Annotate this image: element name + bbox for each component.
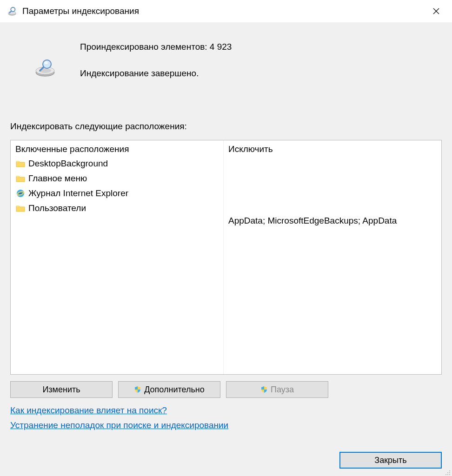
folder-icon (15, 203, 26, 213)
folder-icon (15, 173, 26, 184)
svg-rect-17 (445, 474, 446, 475)
location-label: Журнал Internet Explorer (28, 188, 128, 198)
indexing-state-label: Индексирование завершено. (80, 67, 442, 80)
location-label: DesktopBackground (28, 159, 108, 169)
shield-icon (260, 386, 268, 393)
column-header-included: Включенные расположения (15, 144, 219, 154)
table-row[interactable]: DesktopBackground (15, 156, 219, 171)
how-indexing-affects-link[interactable]: Как индексирование влияет на поиск? (10, 405, 167, 416)
table-row[interactable]: Главное меню (15, 171, 219, 186)
titlebar: Параметры индексирования (0, 0, 452, 22)
indexing-icon (7, 6, 18, 17)
excluded-value: AppData; MicrosoftEdgeBackups; AppData (228, 216, 437, 226)
indexing-drive-icon (10, 40, 80, 77)
table-row[interactable]: Журнал Internet Explorer (15, 186, 219, 201)
close-button[interactable]: Закрыть (339, 452, 442, 469)
svg-rect-16 (449, 472, 450, 473)
modify-button[interactable]: Изменить (10, 381, 113, 398)
svg-point-10 (44, 61, 48, 64)
locations-table: Включенные расположения DesktopBackgroun… (10, 140, 442, 375)
pause-button: Пауза (226, 381, 328, 398)
resize-grip[interactable] (445, 469, 451, 475)
table-row[interactable]: Пользователи (15, 201, 219, 216)
svg-rect-18 (447, 474, 448, 475)
locations-label: Индексировать следующие расположения: (10, 121, 442, 132)
svg-rect-19 (449, 474, 450, 475)
window-title: Параметры индексирования (22, 6, 427, 16)
svg-rect-14 (449, 470, 450, 471)
troubleshoot-link[interactable]: Устранение неполадок при поиске и индекс… (10, 420, 228, 430)
folder-icon (15, 159, 26, 169)
advanced-button[interactable]: Дополнительно (118, 381, 220, 398)
svg-rect-15 (447, 472, 448, 473)
close-icon[interactable] (427, 2, 445, 20)
column-header-excluded: Исключить (228, 144, 437, 154)
location-label: Главное меню (28, 173, 87, 184)
ie-icon (15, 188, 26, 198)
shield-icon (134, 386, 141, 393)
svg-point-9 (43, 60, 51, 68)
location-label: Пользователи (28, 203, 86, 213)
indexed-count-label: Проиндексировано элементов: 4 923 (80, 41, 442, 53)
